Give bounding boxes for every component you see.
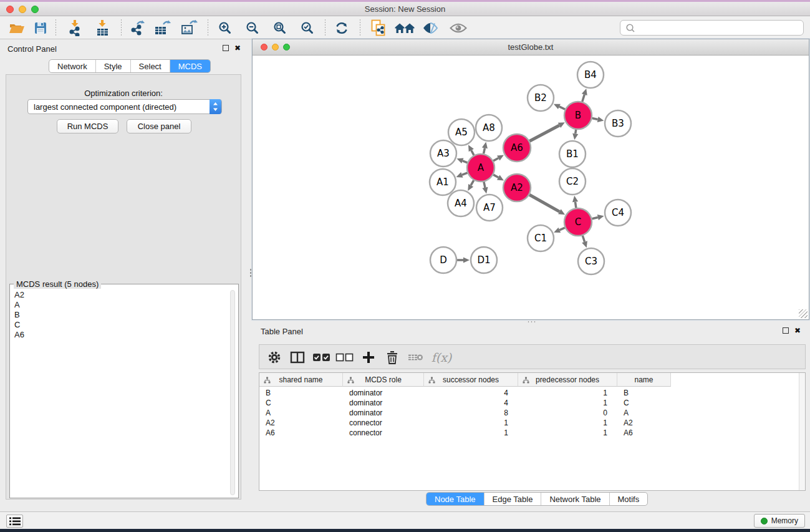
zoom-selected-icon[interactable] <box>298 19 317 37</box>
graph-node-A3[interactable]: A3 <box>430 140 456 167</box>
graph-node-B2[interactable]: B2 <box>528 85 554 111</box>
graph-edge-B-B2[interactable] <box>559 107 565 109</box>
graph-node-A6[interactable]: A6 <box>503 134 531 162</box>
export-table-icon[interactable] <box>153 19 172 37</box>
graph-edge-A-A5[interactable] <box>471 150 474 155</box>
graph-node-A5[interactable]: A5 <box>448 119 475 145</box>
close-panel-button[interactable]: Close panel <box>127 119 191 133</box>
graph-edge-C-C3[interactable] <box>582 236 584 242</box>
result-list-scrollbar[interactable] <box>230 290 235 495</box>
graph-node-B1[interactable]: B1 <box>559 141 586 167</box>
tab-network[interactable]: Network <box>49 60 95 72</box>
zoom-out-icon[interactable] <box>243 19 262 37</box>
float-panel-icon[interactable] <box>223 45 229 51</box>
table-row[interactable]: Adominator80A <box>259 408 805 418</box>
tab-edge-table[interactable]: Edge Table <box>484 493 541 505</box>
result-item[interactable]: B <box>11 310 229 320</box>
export-network-icon[interactable] <box>128 19 147 37</box>
graph-node-B3[interactable]: B3 <box>605 110 631 137</box>
deselect-all-icon[interactable] <box>334 349 355 366</box>
table-row[interactable]: Cdominator41C <box>259 398 805 408</box>
column-header-shared-name[interactable]: shared name <box>259 373 343 387</box>
tab-style[interactable]: Style <box>95 60 130 72</box>
graph-node-B[interactable]: B <box>564 102 592 129</box>
import-network-icon[interactable] <box>65 19 84 37</box>
column-header-predecessor-nodes[interactable]: predecessor nodes <box>518 373 617 387</box>
graph-node-A[interactable]: A <box>467 154 494 181</box>
network-canvas[interactable]: B4B2BB3B1A5A8A6A3AA1A2A4A7C2C4CC1C3DD1 <box>253 56 809 319</box>
split-divider-handle[interactable] <box>249 268 252 277</box>
optimization-criterion-select[interactable]: largest connected component (directed) <box>27 99 222 114</box>
table-settings-icon[interactable] <box>266 349 283 366</box>
graph-edge-C-C4[interactable] <box>592 218 597 219</box>
add-column-icon[interactable] <box>359 349 378 366</box>
run-mcds-button[interactable]: Run MCDS <box>57 119 118 133</box>
tab-network-table[interactable]: Network Table <box>541 493 609 505</box>
graph-edge-A-A3[interactable] <box>463 161 468 163</box>
graph-edge-B-B3[interactable] <box>592 118 598 120</box>
close-table-panel-icon[interactable]: ✖ <box>794 327 801 334</box>
duplicate-network-icon[interactable] <box>369 19 388 37</box>
zoom-fit-icon[interactable] <box>271 19 289 37</box>
graph-edge-A-A7[interactable] <box>484 181 485 187</box>
result-item[interactable]: A6 <box>11 330 229 340</box>
graph-node-B4[interactable]: B4 <box>577 62 604 88</box>
select-all-icon[interactable] <box>311 349 332 366</box>
import-table-icon[interactable] <box>94 19 112 37</box>
graph-node-C1[interactable]: C1 <box>528 225 554 251</box>
function-builder-icon[interactable]: f(x) <box>429 349 454 366</box>
delete-columns-icon[interactable] <box>384 349 400 366</box>
graph-edge-A6-B[interactable] <box>529 125 559 141</box>
graph-edge-A-A8[interactable] <box>484 148 485 153</box>
graph-edge-B-B1[interactable] <box>576 130 576 134</box>
tab-node-table[interactable]: Node Table <box>427 493 484 505</box>
column-header-name[interactable]: name <box>617 373 671 387</box>
graph-node-D1[interactable]: D1 <box>471 247 497 273</box>
split-divider-handle[interactable] <box>527 321 536 323</box>
open-file-icon[interactable] <box>7 19 26 37</box>
graph-edge-C-C1[interactable] <box>559 228 565 230</box>
graph-node-C2[interactable]: C2 <box>559 168 586 195</box>
table-row[interactable]: Bdominator41B <box>259 388 805 398</box>
search-field[interactable] <box>620 20 804 36</box>
graph-edge-C-C2[interactable] <box>576 202 576 208</box>
save-session-icon[interactable] <box>31 19 50 37</box>
zoom-in-icon[interactable] <box>216 19 234 37</box>
graph-node-A7[interactable]: A7 <box>476 195 503 221</box>
result-item[interactable]: A <box>11 300 229 310</box>
graph-edge-A2-C[interactable] <box>529 195 559 211</box>
tab-select[interactable]: Select <box>130 60 170 72</box>
graph-node-C4[interactable]: C4 <box>605 200 631 226</box>
graph-node-A4[interactable]: A4 <box>448 190 474 216</box>
resize-grip-icon[interactable] <box>799 309 808 318</box>
delete-table-icon[interactable] <box>407 349 425 366</box>
column-header-MCDS-role[interactable]: MCDS role <box>343 373 424 387</box>
graph-edge-A-A4[interactable] <box>471 180 474 185</box>
graph-edge-B-B4[interactable] <box>582 95 585 102</box>
graph-edge-A-A1[interactable] <box>462 173 468 175</box>
graph-node-D[interactable]: D <box>430 247 456 273</box>
hide-selected-icon[interactable] <box>421 19 440 37</box>
refresh-icon[interactable] <box>332 19 351 37</box>
table-row[interactable]: A2connector11A2 <box>259 418 805 428</box>
show-all-icon[interactable] <box>449 19 468 37</box>
column-header-successor-nodes[interactable]: successor nodes <box>424 373 518 387</box>
export-image-icon[interactable] <box>180 19 199 37</box>
graph-node-C3[interactable]: C3 <box>578 248 604 274</box>
tab-motifs[interactable]: Motifs <box>609 493 648 505</box>
tab-mcds[interactable]: MCDS <box>170 60 210 72</box>
split-view-icon[interactable] <box>288 349 307 366</box>
search-input[interactable] <box>639 23 798 32</box>
network-window-titlebar[interactable]: testGlobe.txt <box>253 39 809 56</box>
graph-edge-A-A6[interactable] <box>493 158 498 160</box>
first-neighbors-icon[interactable] <box>393 19 416 37</box>
table-row[interactable]: A6connector11A6 <box>259 428 805 438</box>
result-item[interactable]: A2 <box>11 290 229 300</box>
close-panel-icon[interactable]: ✖ <box>234 44 241 52</box>
graph-node-C[interactable]: C <box>564 208 592 236</box>
graph-edge-A-A2[interactable] <box>493 175 498 177</box>
graph-node-A1[interactable]: A1 <box>430 169 456 195</box>
result-item[interactable]: C <box>11 320 229 330</box>
task-history-button[interactable] <box>6 515 23 528</box>
memory-button[interactable]: Memory <box>754 514 805 528</box>
